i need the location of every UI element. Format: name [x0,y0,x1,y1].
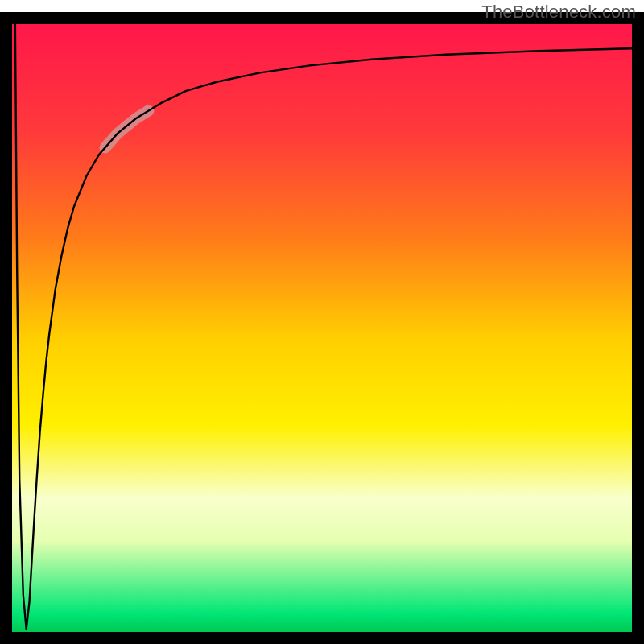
chart-background [12,24,632,632]
watermark-text: TheBottleneck.com [481,2,636,23]
bottleneck-chart [0,0,644,644]
